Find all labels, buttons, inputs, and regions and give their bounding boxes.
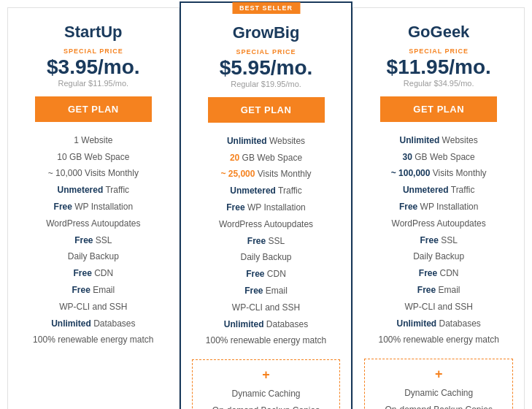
plan-gogeek: GoGeekSPECIAL PRICE$11.95/mo.Regular $34… bbox=[352, 7, 525, 409]
feature-item: Unlimited Databases bbox=[364, 316, 513, 332]
special-price-label-gogeek: SPECIAL PRICE bbox=[364, 47, 513, 55]
feature-item: WordPress Autoupdates bbox=[192, 216, 341, 233]
extra-item: On-demand Backup Copies bbox=[198, 402, 334, 409]
extras-plus-icon: + bbox=[371, 367, 506, 382]
feature-item: 10 GB Web Space bbox=[19, 149, 168, 166]
feature-item: Free Email bbox=[192, 283, 341, 299]
feature-item: Free WP Installation bbox=[364, 199, 513, 215]
feature-item: Unlimited Websites bbox=[192, 133, 341, 150]
extras-plus-icon: + bbox=[198, 367, 334, 383]
feature-item: 100% renewable energy match bbox=[192, 332, 341, 349]
extras-section-growbig: +Dynamic CachingOn-demand Backup CopiesF… bbox=[192, 359, 341, 409]
price-startup: $3.95/mo. bbox=[19, 56, 168, 79]
plan-name-gogeek: GoGeek bbox=[364, 23, 513, 42]
feature-item: ~ 100,000 Visits Monthly bbox=[364, 165, 513, 182]
price-gogeek: $11.95/mo. bbox=[364, 56, 513, 79]
feature-item: Daily Backup bbox=[192, 249, 341, 266]
feature-item: ~ 10,000 Visits Monthly bbox=[19, 165, 168, 182]
feature-item: Unlimited Websites bbox=[364, 132, 513, 149]
pricing-container: StartUpSPECIAL PRICE$3.95/mo.Regular $11… bbox=[0, 0, 532, 409]
feature-item: Free CDN bbox=[192, 266, 341, 283]
feature-item: Free WP Installation bbox=[192, 199, 341, 216]
plan-name-growbig: GrowBig bbox=[192, 23, 341, 42]
price-growbig: $5.95/mo. bbox=[192, 57, 341, 80]
feature-item: WP-CLI and SSH bbox=[364, 299, 513, 316]
get-plan-btn-gogeek[interactable]: GET PLAN bbox=[380, 96, 497, 122]
feature-item: ~ 25,000 Visits Monthly bbox=[192, 166, 341, 183]
feature-item: 100% renewable energy match bbox=[19, 332, 168, 348]
features-list-gogeek: Unlimited Websites30 GB Web Space~ 100,0… bbox=[364, 132, 513, 348]
get-plan-btn-growbig[interactable]: GET PLAN bbox=[208, 97, 325, 123]
extra-item: On-demand Backup Copies bbox=[371, 402, 506, 409]
extras-list-gogeek: Dynamic CachingOn-demand Backup CopiesFr… bbox=[371, 385, 506, 409]
feature-item: WordPress Autoupdates bbox=[364, 215, 513, 232]
special-price-label-growbig: SPECIAL PRICE bbox=[192, 48, 341, 56]
feature-item: Free Email bbox=[19, 282, 168, 299]
feature-item: Unmetered Traffic bbox=[192, 183, 341, 199]
extra-item: Dynamic Caching bbox=[198, 386, 334, 402]
regular-price-growbig: Regular $19.95/mo. bbox=[192, 80, 341, 88]
best-seller-badge: BEST SELLER bbox=[232, 2, 300, 14]
feature-item: Free SSL bbox=[192, 233, 341, 250]
feature-item: Unmetered Traffic bbox=[19, 182, 168, 199]
feature-item: Free CDN bbox=[364, 265, 513, 282]
feature-item: Free SSL bbox=[19, 232, 168, 249]
regular-price-startup: Regular $11.95/mo. bbox=[19, 79, 168, 88]
regular-price-gogeek: Regular $34.95/mo. bbox=[364, 79, 513, 88]
feature-item: Daily Backup bbox=[19, 248, 168, 265]
features-list-startup: 1 Website10 GB Web Space~ 10,000 Visits … bbox=[19, 132, 168, 348]
feature-item: WP-CLI and SSH bbox=[19, 299, 168, 316]
feature-item: 20 GB Web Space bbox=[192, 150, 341, 167]
feature-item: WordPress Autoupdates bbox=[19, 215, 168, 232]
feature-item: Free Email bbox=[364, 282, 513, 299]
plan-growbig: BEST SELLERGrowBigSPECIAL PRICE$5.95/mo.… bbox=[180, 1, 353, 409]
feature-item: Unmetered Traffic bbox=[364, 182, 513, 199]
feature-item: Free SSL bbox=[364, 232, 513, 249]
plan-name-startup: StartUp bbox=[19, 23, 168, 42]
feature-item: Free CDN bbox=[19, 265, 168, 282]
feature-item: Daily Backup bbox=[364, 248, 513, 265]
features-list-growbig: Unlimited Websites20 GB Web Space~ 25,00… bbox=[192, 133, 341, 349]
feature-item: Unlimited Databases bbox=[192, 316, 341, 333]
feature-item: Unlimited Databases bbox=[19, 316, 168, 332]
feature-item: 1 Website bbox=[19, 132, 168, 149]
feature-item: WP-CLI and SSH bbox=[192, 299, 341, 316]
feature-item: 100% renewable energy match bbox=[364, 332, 513, 348]
feature-item: Free WP Installation bbox=[19, 199, 168, 215]
special-price-label-startup: SPECIAL PRICE bbox=[19, 47, 168, 55]
feature-item: 30 GB Web Space bbox=[364, 149, 513, 166]
get-plan-btn-startup[interactable]: GET PLAN bbox=[35, 96, 152, 122]
plan-startup: StartUpSPECIAL PRICE$3.95/mo.Regular $11… bbox=[7, 7, 180, 409]
extras-list-growbig: Dynamic CachingOn-demand Backup CopiesFr… bbox=[198, 386, 334, 409]
extras-section-gogeek: +Dynamic CachingOn-demand Backup CopiesF… bbox=[364, 359, 513, 409]
extra-item: Dynamic Caching bbox=[371, 385, 506, 402]
